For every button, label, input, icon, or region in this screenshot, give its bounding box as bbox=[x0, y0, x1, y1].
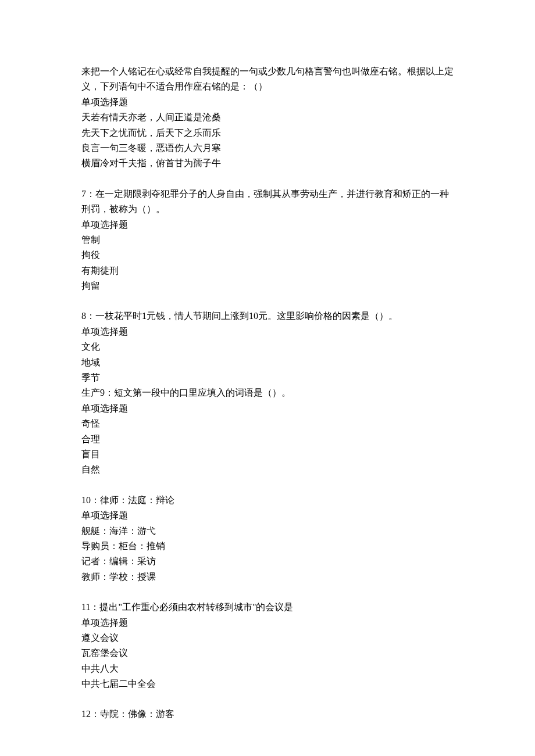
question-text: 12：寺院：佛像：游客 bbox=[81, 707, 454, 722]
question-type: 单项选择题 bbox=[81, 324, 454, 339]
option: 地域 bbox=[81, 355, 454, 370]
option: 良言一句三冬暖，恶语伤人六月寒 bbox=[81, 141, 454, 156]
option: 先天下之忧而忧，后天下之乐而乐 bbox=[81, 126, 454, 141]
question-type: 单项选择题 bbox=[81, 217, 454, 232]
question-text: 来把一个人铭记在心或经常自我提醒的一句或少数几句格言警句也叫做座右铭。根据以上定… bbox=[81, 64, 454, 95]
option: 中共七届二中全会 bbox=[81, 676, 454, 691]
question-type: 单项选择题 bbox=[81, 95, 454, 110]
option: 导购员：柜台：推销 bbox=[81, 539, 454, 554]
option: 中共八大 bbox=[81, 661, 454, 676]
question-7: 7：在一定期限剥夺犯罪分子的人身自由，强制其从事劳动生产，并进行教育和矫正的一种… bbox=[81, 187, 454, 294]
option-and-next-question: 生产9：短文第一段中的口里应填入的词语是（）。 bbox=[81, 385, 454, 400]
option: 横眉冷对千夫指，俯首甘为孺子牛 bbox=[81, 156, 454, 171]
option: 合理 bbox=[81, 432, 454, 447]
question-text: 8：一枝花平时1元钱，情人节期间上涨到10元。这里影响价格的因素是（）。 bbox=[81, 309, 454, 324]
option: 瓦窑堡会议 bbox=[81, 646, 454, 661]
question-6-continuation: 来把一个人铭记在心或经常自我提醒的一句或少数几句格言警句也叫做座右铭。根据以上定… bbox=[81, 64, 454, 171]
question-text: 11：提出"工作重心必须由农村转移到城市"的会议是 bbox=[81, 600, 454, 615]
option: 拘留 bbox=[81, 278, 454, 293]
question-text: 7：在一定期限剥夺犯罪分子的人身自由，强制其从事劳动生产，并进行教育和矫正的一种… bbox=[81, 187, 454, 217]
question-type: 单项选择题 bbox=[81, 615, 454, 630]
option: 天若有情天亦老，人间正道是沧桑 bbox=[81, 110, 454, 125]
option: 管制 bbox=[81, 232, 454, 248]
option: 教师：学校：授课 bbox=[81, 569, 454, 585]
option: 遵义会议 bbox=[81, 630, 454, 646]
option: 拘役 bbox=[81, 248, 454, 263]
question-12: 12：寺院：佛像：游客 bbox=[81, 707, 454, 722]
option: 舰艇：海洋：游弋 bbox=[81, 524, 454, 539]
option: 奇怪 bbox=[81, 416, 454, 431]
question-text: 10：律师：法庭：辩论 bbox=[81, 493, 454, 508]
question-type: 单项选择题 bbox=[81, 508, 454, 523]
option-text: 生产 bbox=[81, 388, 100, 397]
question-text: 9：短文第一段中的口里应填入的词语是（）。 bbox=[100, 388, 291, 397]
option: 盲目 bbox=[81, 447, 454, 462]
option: 文化 bbox=[81, 339, 454, 354]
question-8-9: 8：一枝花平时1元钱，情人节期间上涨到10元。这里影响价格的因素是（）。 单项选… bbox=[81, 309, 454, 477]
question-type: 单项选择题 bbox=[81, 401, 454, 416]
question-11: 11：提出"工作重心必须由农村转移到城市"的会议是 单项选择题 遵义会议 瓦窑堡… bbox=[81, 600, 454, 691]
option: 有期徒刑 bbox=[81, 263, 454, 278]
option: 季节 bbox=[81, 370, 454, 385]
option: 自然 bbox=[81, 462, 454, 477]
option: 记者：编辑：采访 bbox=[81, 554, 454, 569]
question-10: 10：律师：法庭：辩论 单项选择题 舰艇：海洋：游弋 导购员：柜台：推销 记者：… bbox=[81, 493, 454, 585]
